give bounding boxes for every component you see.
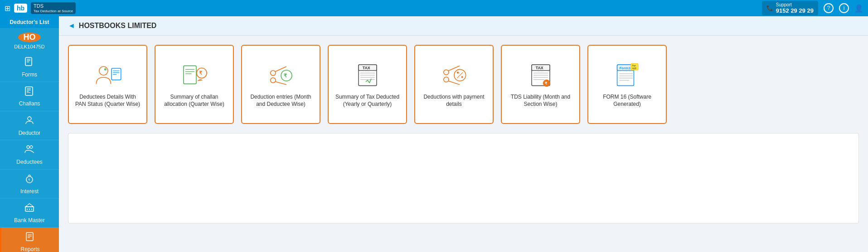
sidebar-item-interest[interactable]: ₹ Interest [0, 170, 59, 199]
svg-rect-0 [25, 57, 32, 66]
sidebar-item-deductees[interactable]: Deductees [0, 140, 59, 169]
deductor-icon [24, 115, 35, 128]
content-header: ◄ HOSTBOOKS LIMITED [59, 16, 868, 36]
card-tds-liability-label: TDS Liability (Month and Section Wise) [507, 94, 574, 108]
card-form16[interactable]: Form16 Part A&B FORM 16 (Software Genera… [587, 45, 667, 124]
svg-text:₹: ₹ [283, 73, 286, 78]
tds-tax-icon: TAX ₹ [526, 61, 555, 90]
support-phone: 9152 29 29 29 [776, 7, 814, 14]
sidebar-item-forms[interactable]: Forms [0, 53, 59, 82]
cards-container: ✓ Deductees Details With PAN Status (Qua… [59, 36, 868, 133]
phone-icon: 📞 [766, 5, 773, 11]
scissors-money-icon: ₹ [267, 61, 296, 90]
svg-point-58 [457, 72, 459, 74]
sidebar-item-deductor[interactable]: Deductor [0, 111, 59, 140]
challan-summary-icon: ₹ [180, 61, 209, 90]
scissors-percent-icon: % [440, 61, 469, 90]
deductor-id: DELK10475D [14, 44, 44, 49]
sidebar-item-bank-master-label: Bank Master [14, 217, 44, 223]
app-grid-icon[interactable]: ⊞ [5, 4, 10, 13]
svg-text:₹: ₹ [28, 178, 30, 181]
svg-line-42 [275, 82, 286, 85]
info-icon[interactable]: i [839, 3, 849, 13]
card-tds-liability[interactable]: TAX ₹ TDS Liability (Month and Section W… [501, 45, 580, 124]
sidebar-item-deductees-label: Deductees [16, 159, 42, 165]
svg-rect-4 [25, 87, 33, 95]
content-area: ◄ HOSTBOOKS LIMITED ✓ Deductees Details … [59, 16, 868, 252]
svg-text:TAX: TAX [535, 66, 543, 70]
card-challan-allocation-label: Summary of challan allocation (Quarter W… [161, 94, 228, 108]
bank-master-icon [24, 202, 35, 215]
svg-rect-27 [112, 68, 121, 80]
card-tax-deducted-summary-label: Summary of Tax Deducted (Yearly or Quart… [334, 94, 401, 108]
svg-point-10 [30, 146, 33, 148]
empty-section [68, 133, 859, 223]
forms-icon [24, 57, 35, 70]
page-title: HOSTBOOKS LIMITED [79, 22, 157, 30]
sidebar-item-challans[interactable]: Challans [0, 82, 59, 111]
svg-rect-18 [26, 233, 33, 241]
top-header: ⊞ hb TDS Tax Deduction at Source 📞 Suppo… [0, 0, 868, 16]
reports-icon [25, 231, 36, 244]
svg-line-41 [275, 67, 286, 71]
svg-point-59 [461, 76, 463, 78]
deductor-list-header: Deductor's List [0, 16, 59, 28]
card-form16-label: FORM 16 (Software Generated) [594, 94, 660, 108]
logo-hb: hb [14, 4, 27, 13]
support-label: Support [776, 2, 814, 7]
deductees-icon [24, 144, 35, 157]
avatar: HO [18, 33, 41, 42]
main-layout: Deductor's List HO DELK10475D Forms Chal… [0, 16, 868, 252]
svg-line-55 [448, 81, 460, 85]
card-deduction-entries-label: Deduction entries (Month and Deductee Wi… [247, 94, 314, 108]
svg-text:A&B: A&B [632, 67, 636, 70]
svg-text:TAX: TAX [362, 66, 370, 70]
svg-point-52 [443, 70, 448, 75]
card-deductees-pan-label: Deductees Details With PAN Status (Quart… [74, 94, 141, 108]
svg-text:Part: Part [632, 65, 636, 67]
svg-point-8 [28, 117, 31, 120]
svg-point-40 [270, 78, 275, 83]
header-right: 📞 Support 9152 29 29 29 ? i 👤 [762, 1, 863, 15]
sidebar-item-reports[interactable]: Reports [0, 228, 59, 252]
account-icon[interactable]: 👤 [854, 4, 863, 13]
sidebar-item-reports-label: Reports [20, 246, 39, 252]
header-left: ⊞ hb TDS Tax Deduction at Source [5, 2, 76, 14]
card-challan-allocation[interactable]: ₹ Summary of challan allocation (Quarter… [155, 45, 234, 124]
sidebar-item-interest-label: Interest [20, 188, 39, 195]
back-arrow[interactable]: ◄ [68, 22, 75, 30]
svg-marker-14 [25, 204, 34, 207]
card-deductees-pan[interactable]: ✓ Deductees Details With PAN Status (Qua… [68, 45, 147, 124]
svg-point-53 [443, 77, 448, 82]
support-box: 📞 Support 9152 29 29 29 [762, 1, 818, 15]
sidebar-item-bank-master[interactable]: Bank Master [0, 199, 59, 228]
form16-doc-icon: Form16 Part A&B [613, 61, 642, 90]
svg-text:₹: ₹ [199, 70, 202, 76]
card-deductions-payment[interactable]: % Deductions with payment details [414, 45, 494, 124]
svg-rect-33 [184, 66, 196, 84]
help-icon[interactable]: ? [824, 3, 834, 13]
svg-point-26 [99, 67, 107, 75]
card-deductions-payment-label: Deductions with payment details [421, 94, 487, 108]
svg-text:✓: ✓ [104, 68, 106, 71]
interest-icon: ₹ [24, 173, 35, 186]
card-deduction-entries[interactable]: ₹ Deduction entries (Month and Deductee … [241, 45, 320, 124]
svg-point-9 [27, 146, 29, 148]
tax-document-icon: TAX [353, 61, 382, 90]
challans-icon [24, 86, 35, 99]
svg-point-39 [270, 71, 275, 76]
sidebar-item-forms-label: Forms [22, 71, 37, 78]
sidebar-item-challans-label: Challans [19, 100, 40, 107]
person-document-icon: ✓ [93, 61, 122, 90]
sidebar-item-deductor-label: Deductor [19, 130, 41, 136]
card-tax-deducted-summary[interactable]: TAX Summary of Tax Deducted (Yearly or Q… [328, 45, 407, 124]
logo-tds: TDS Tax Deduction at Source [31, 2, 76, 14]
sidebar: Deductor's List HO DELK10475D Forms Chal… [0, 16, 59, 252]
